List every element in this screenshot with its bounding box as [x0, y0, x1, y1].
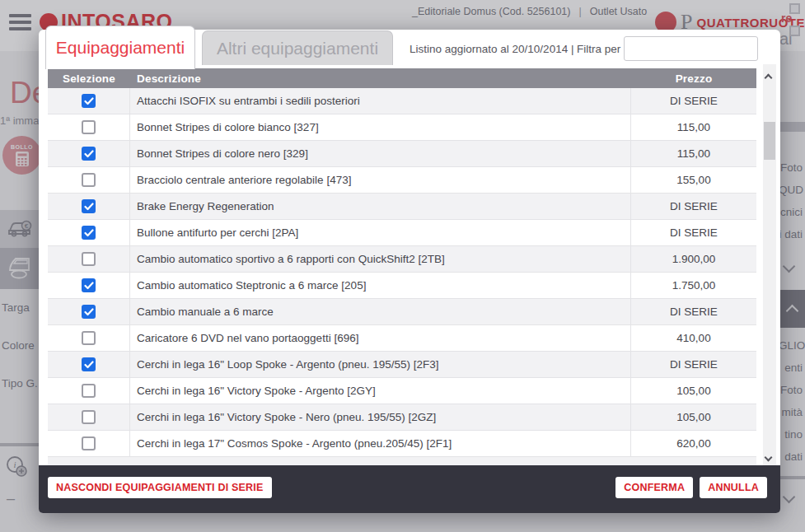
- descrizione-cell: Cambio automatico Steptronic a 6 marce […: [130, 273, 631, 298]
- equipment-modal: Equipaggiamenti Altri equipaggiamenti Li…: [39, 30, 780, 513]
- equipment-row[interactable]: Bullone antifurto per cerchi [2PA]DI SER…: [48, 220, 756, 246]
- scroll-up-icon[interactable]: [765, 69, 771, 84]
- descrizione-cell: Cerchi in lega 17" Cosmos Spoke - Argent…: [130, 431, 631, 456]
- selezione-cell: [48, 431, 130, 456]
- prezzo-cell: DI SERIE: [631, 306, 756, 318]
- checkbox-checked[interactable]: [82, 357, 96, 371]
- equipment-row[interactable]: Bonnet Stripes di colore nero [329]115,0…: [48, 141, 756, 167]
- scrollbar-thumb[interactable]: [764, 122, 775, 160]
- selezione-cell: [48, 88, 130, 114]
- column-header-prezzo: Prezzo: [631, 72, 756, 85]
- prezzo-cell: 105,00: [631, 411, 756, 423]
- descrizione-cell: Cambio manuale a 6 marce: [130, 299, 631, 324]
- modal-footer: NASCONDI EQUIPAGGIAMENTI DI SERIE CONFER…: [39, 465, 780, 513]
- selezione-cell: [48, 299, 130, 324]
- equipment-row[interactable]: Cerchi in lega 16" Victory Spoke - Argen…: [48, 378, 756, 404]
- equipment-row[interactable]: Cerchi in lega 16" Loop Spoke - Argento …: [48, 352, 756, 378]
- descrizione-cell: Cerchi in lega 16" Victory Spoke - Nero …: [130, 404, 631, 430]
- selezione-cell: [48, 167, 130, 193]
- descrizione-cell: Bonnet Stripes di colore nero [329]: [130, 141, 631, 166]
- prezzo-cell: 410,00: [631, 332, 756, 344]
- checkbox-unchecked[interactable]: [82, 331, 96, 345]
- confirm-button[interactable]: CONFERMA: [615, 477, 693, 498]
- descrizione-cell: Cerchi in lega 16" Loop Spoke - Argento …: [130, 352, 631, 377]
- prezzo-cell: DI SERIE: [631, 200, 756, 212]
- descrizione-cell: Bracciolo centrale anteriore regolabile …: [130, 167, 631, 193]
- descrizione-cell: Attacchi ISOFIX su entrambi i sedili pos…: [130, 88, 631, 114]
- checkbox-unchecked[interactable]: [82, 410, 96, 424]
- checkbox-unchecked[interactable]: [82, 120, 96, 134]
- equipment-row[interactable]: Attacchi ISOFIX su entrambi i sedili pos…: [48, 88, 756, 114]
- checkbox-checked[interactable]: [82, 94, 96, 108]
- selezione-cell: [48, 114, 130, 140]
- selezione-cell: [48, 352, 130, 377]
- selezione-cell: [48, 220, 130, 245]
- checkbox-checked[interactable]: [82, 226, 96, 240]
- selezione-cell: [48, 194, 130, 219]
- checkbox-unchecked[interactable]: [82, 173, 96, 187]
- filter-input[interactable]: [624, 36, 758, 61]
- descrizione-cell: Bonnet Stripes di colore bianco [327]: [130, 114, 631, 140]
- descrizione-cell: Cambio automatico sportivo a 6 rapporti …: [130, 246, 631, 272]
- checkbox-checked[interactable]: [82, 278, 96, 292]
- descrizione-cell: Cerchi in lega 16" Victory Spoke - Argen…: [130, 378, 631, 404]
- selezione-cell: [48, 141, 130, 166]
- equipment-row[interactable]: Cerchi in lega 16" Victory Spoke - Nero …: [48, 404, 756, 431]
- cancel-button[interactable]: ANNULLA: [700, 477, 767, 498]
- checkbox-unchecked[interactable]: [82, 436, 96, 450]
- selezione-cell: [48, 246, 130, 272]
- selezione-cell: [48, 273, 130, 298]
- prezzo-cell: DI SERIE: [631, 358, 756, 371]
- column-header-descrizione: Descrizione: [130, 72, 631, 85]
- table-scrollbar[interactable]: [763, 64, 776, 467]
- equipment-row[interactable]: Caricatore 6 DVD nel vano portaoggetti […: [48, 325, 756, 352]
- equipment-row[interactable]: Bracciolo centrale anteriore regolabile …: [48, 167, 756, 194]
- prezzo-cell: DI SERIE: [631, 95, 756, 107]
- equipment-row[interactable]: Cambio automatico Steptronic a 6 marce […: [48, 273, 756, 299]
- descrizione-cell: Caricatore 6 DVD nel vano portaoggetti […: [130, 325, 631, 351]
- listino-updated-label: Listino aggiornato al 20/10/2014 |: [410, 43, 573, 55]
- prezzo-cell: 1.900,00: [631, 253, 756, 265]
- equipment-row[interactable]: Brake Energy RegenerationDI SERIE: [48, 194, 756, 220]
- tab-equipaggiamenti[interactable]: Equipaggiamenti: [45, 26, 195, 69]
- descrizione-cell: Brake Energy Regeneration: [130, 194, 631, 219]
- partially-visible-row: [48, 457, 756, 465]
- column-header-selezione: Selezione: [48, 72, 130, 85]
- tab-altri-equipaggiamenti[interactable]: Altri equipaggiamenti: [202, 30, 393, 65]
- equipment-table-body: Attacchi ISOFIX su entrambi i sedili pos…: [48, 88, 756, 457]
- selezione-cell: [48, 404, 130, 430]
- prezzo-cell: 115,00: [631, 121, 756, 133]
- prezzo-cell: 620,00: [631, 437, 756, 450]
- checkbox-checked[interactable]: [82, 305, 96, 319]
- prezzo-cell: 1.750,00: [631, 279, 756, 292]
- filter-label: Filtra per: [577, 43, 620, 55]
- prezzo-cell: 115,00: [631, 147, 756, 160]
- checkbox-unchecked[interactable]: [82, 384, 96, 398]
- table-header: Selezione Descrizione Prezzo: [48, 68, 756, 88]
- equipment-row[interactable]: Cambio automatico sportivo a 6 rapporti …: [48, 246, 756, 273]
- prezzo-cell: DI SERIE: [631, 226, 756, 239]
- descrizione-cell: Bullone antifurto per cerchi [2PA]: [130, 220, 631, 245]
- checkbox-unchecked[interactable]: [82, 252, 96, 266]
- equipment-row[interactable]: Bonnet Stripes di colore bianco [327]115…: [48, 114, 756, 141]
- selezione-cell: [48, 325, 130, 351]
- scroll-down-icon[interactable]: [765, 449, 771, 464]
- checkbox-checked[interactable]: [82, 147, 96, 161]
- selezione-cell: [48, 378, 130, 404]
- equipment-row[interactable]: Cambio manuale a 6 marceDI SERIE: [48, 299, 756, 325]
- prezzo-cell: 155,00: [631, 174, 756, 186]
- checkbox-checked[interactable]: [82, 199, 96, 213]
- equipment-row[interactable]: Cerchi in lega 17" Cosmos Spoke - Argent…: [48, 431, 756, 457]
- prezzo-cell: 105,00: [631, 385, 756, 397]
- hide-standard-equipment-button[interactable]: NASCONDI EQUIPAGGIAMENTI DI SERIE: [48, 477, 272, 498]
